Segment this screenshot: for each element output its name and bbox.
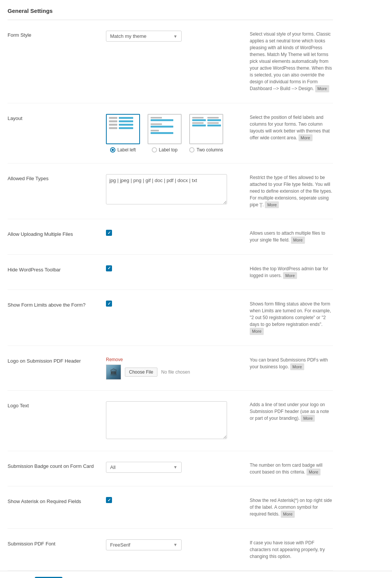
form-style-control: Match my theme ▼ xyxy=(106,31,242,42)
logo-pdf-label: Logo on Submission PDF Header xyxy=(8,357,106,364)
allowed-file-types-help: Restrict the type of files allowed to be… xyxy=(242,174,333,209)
logo-text-control xyxy=(106,401,242,440)
form-style-label: Form Style xyxy=(8,31,106,38)
allowed-file-types-control: jpg | jpeg | png | gif | doc | pdf | doc… xyxy=(106,174,242,206)
layout-radio-two-columns[interactable] xyxy=(189,147,194,153)
choose-file-button[interactable]: Choose File xyxy=(125,368,157,377)
show-asterisk-checkbox[interactable] xyxy=(106,497,112,503)
submission-pdf-font-dropdown[interactable]: FreeSerif ▼ xyxy=(106,539,182,550)
submission-pdf-font-label: Submission PDF Font xyxy=(8,539,106,547)
layout-option-two-columns[interactable]: Two columns xyxy=(189,114,223,153)
logo-text-help: Adds a line of text under your logo on S… xyxy=(242,401,333,422)
layout-control: Label left xyxy=(106,114,242,153)
layout-option-label-left[interactable]: Label left xyxy=(106,114,140,153)
allow-multiple-files-help: Allows users to attach multiple files to… xyxy=(242,230,333,244)
show-asterisk-more-link[interactable]: More xyxy=(281,511,295,518)
layout-radio-top[interactable] xyxy=(152,147,157,153)
submission-badge-dropdown[interactable]: All ▼ xyxy=(106,462,182,473)
allowed-file-types-more-link[interactable]: More xyxy=(265,201,279,209)
page-title: General Settings xyxy=(8,8,333,20)
layout-options: Label left xyxy=(106,114,242,153)
layout-label: Layout xyxy=(8,114,106,121)
show-asterisk-label: Show Asterisk on Required Fields xyxy=(8,497,106,504)
show-form-limits-control xyxy=(106,301,242,307)
hide-toolbar-label: Hide WordPress Toolbar xyxy=(8,265,106,273)
logo-pdf-control: Remove Choose File No file chosen xyxy=(106,357,242,380)
logo-text-label: Logo Text xyxy=(8,401,106,408)
submission-badge-value: All xyxy=(110,464,115,470)
logo-pdf-help: You can brand Submissions PDFs with your… xyxy=(242,357,333,371)
layout-two-columns-label: Two columns xyxy=(196,147,223,153)
submission-pdf-font-help: If case you have issue with PDF characte… xyxy=(242,539,333,560)
show-form-limits-checkbox[interactable] xyxy=(106,301,112,307)
hide-toolbar-help: Hides the top WordPress admin bar for lo… xyxy=(242,265,333,279)
chevron-down-icon: ▼ xyxy=(173,34,177,39)
submission-badge-label: Submission Badge count on Form Card xyxy=(8,462,106,469)
layout-radio-left[interactable] xyxy=(110,147,115,153)
hide-toolbar-checkbox[interactable] xyxy=(106,265,112,271)
allowed-file-types-textarea[interactable]: jpg | jpeg | png | gif | doc | pdf | doc… xyxy=(106,174,227,204)
logo-text-textarea[interactable] xyxy=(106,401,227,439)
allow-multiple-files-label: Allow Uploading Multiple Files xyxy=(8,230,106,237)
show-form-limits-more-link[interactable]: More xyxy=(250,328,264,335)
save-button[interactable]: SAVE xyxy=(35,577,62,578)
show-form-limits-label: Show Form Limits above the Form? xyxy=(8,301,106,308)
form-style-dropdown[interactable]: Match my theme ▼ xyxy=(106,31,182,42)
show-asterisk-control xyxy=(106,497,242,503)
layout-help: Select the position of field labels and … xyxy=(242,114,333,142)
layout-top-label: Label top xyxy=(159,147,177,153)
form-style-more-link[interactable]: More xyxy=(315,85,329,92)
allow-multiple-files-control xyxy=(106,230,242,236)
chevron-down-icon: ▼ xyxy=(173,542,177,547)
submission-badge-more-link[interactable]: More xyxy=(306,469,320,476)
allowed-file-types-label: Allowed File Types xyxy=(8,174,106,181)
show-form-limits-help: Shows form filling status above the form… xyxy=(242,301,333,335)
layout-more-link[interactable]: More xyxy=(299,134,313,142)
submission-pdf-font-control: FreeSerif ▼ xyxy=(106,539,242,550)
submission-badge-control: All ▼ xyxy=(106,462,242,473)
submission-pdf-font-value: FreeSerif xyxy=(110,542,130,548)
submission-badge-help: The number on form card badge will count… xyxy=(242,462,333,476)
form-style-help: Select visual style of your forms. Class… xyxy=(242,31,333,92)
logo-text-more-link[interactable]: More xyxy=(301,415,315,422)
layout-option-label-top[interactable]: Label top xyxy=(148,114,182,153)
footer-bar: ← Cancel SAVE xyxy=(0,571,392,578)
hide-toolbar-control xyxy=(106,265,242,271)
form-style-value: Match my theme xyxy=(110,33,146,39)
logo-pdf-remove-link[interactable]: Remove xyxy=(106,357,123,362)
chevron-down-icon: ▼ xyxy=(173,465,177,469)
layout-left-label: Label left xyxy=(117,147,136,153)
hide-toolbar-more-link[interactable]: More xyxy=(283,272,297,279)
no-file-label: No file chosen xyxy=(161,369,190,375)
show-asterisk-help: Show the red Asterisk(*) on top right si… xyxy=(242,497,333,518)
logo-pdf-more-link[interactable]: More xyxy=(290,363,304,371)
logo-thumbnail xyxy=(106,365,121,380)
allow-multiple-files-more-link[interactable]: More xyxy=(291,237,305,244)
allow-multiple-files-checkbox[interactable] xyxy=(106,230,112,236)
